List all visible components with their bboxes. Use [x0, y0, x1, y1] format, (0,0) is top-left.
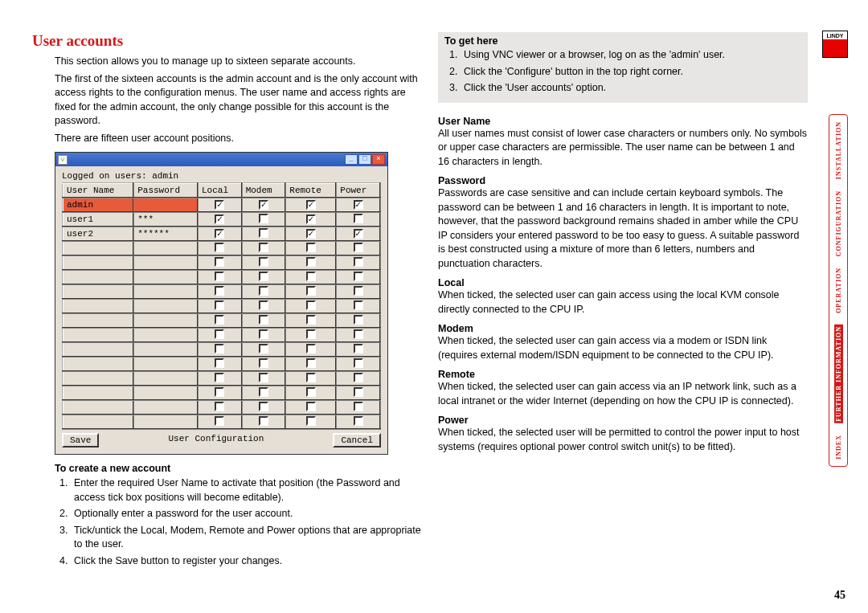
sidebar-item[interactable]: FURTHER INFORMATION: [834, 325, 843, 423]
power-checkbox-cell[interactable]: [336, 400, 380, 415]
checkbox-icon[interactable]: ✓: [259, 200, 268, 210]
password-cell[interactable]: [133, 386, 198, 400]
checkbox-icon[interactable]: [306, 257, 316, 267]
checkbox-icon[interactable]: [259, 416, 268, 426]
checkbox-icon[interactable]: [306, 286, 316, 296]
checkbox-icon[interactable]: [306, 272, 316, 281]
checkbox-icon[interactable]: [306, 387, 316, 397]
username-cell[interactable]: [63, 241, 133, 255]
password-cell[interactable]: [133, 371, 198, 386]
password-cell[interactable]: ***: [133, 212, 198, 227]
password-cell[interactable]: [133, 357, 198, 371]
checkbox-icon[interactable]: [215, 286, 224, 296]
checkbox-icon[interactable]: [215, 344, 224, 353]
power-checkbox-cell[interactable]: [336, 241, 380, 255]
modem-checkbox-cell[interactable]: [242, 227, 286, 241]
checkbox-icon[interactable]: [259, 344, 268, 353]
username-cell[interactable]: [63, 357, 133, 371]
checkbox-icon[interactable]: ✓: [215, 215, 224, 224]
remote-checkbox-cell[interactable]: [285, 371, 336, 386]
checkbox-icon[interactable]: [354, 257, 363, 267]
local-checkbox-cell[interactable]: [198, 357, 242, 371]
sidebar-item[interactable]: OPERATION: [835, 268, 842, 313]
local-checkbox-cell[interactable]: [198, 270, 242, 284]
local-checkbox-cell[interactable]: [198, 313, 242, 328]
checkbox-icon[interactable]: [259, 272, 268, 281]
local-checkbox-cell[interactable]: ✓: [198, 198, 242, 212]
checkbox-icon[interactable]: [306, 329, 316, 339]
remote-checkbox-cell[interactable]: ✓: [285, 198, 336, 212]
remote-checkbox-cell[interactable]: ✓: [285, 212, 336, 227]
power-checkbox-cell[interactable]: [336, 212, 380, 227]
checkbox-icon[interactable]: [215, 416, 224, 426]
modem-checkbox-cell[interactable]: [242, 328, 286, 342]
checkbox-icon[interactable]: [215, 402, 224, 411]
checkbox-icon[interactable]: [306, 402, 316, 411]
checkbox-icon[interactable]: [259, 228, 268, 238]
modem-checkbox-cell[interactable]: [242, 270, 286, 284]
power-checkbox-cell[interactable]: [336, 270, 380, 284]
local-checkbox-cell[interactable]: [198, 386, 242, 400]
password-cell[interactable]: [133, 328, 198, 342]
power-checkbox-cell[interactable]: [336, 415, 380, 429]
username-cell[interactable]: [63, 386, 133, 400]
password-cell[interactable]: [133, 284, 198, 299]
modem-checkbox-cell[interactable]: [242, 313, 286, 328]
username-cell[interactable]: [63, 299, 133, 313]
checkbox-icon[interactable]: [306, 416, 316, 426]
modem-checkbox-cell[interactable]: [242, 241, 286, 255]
username-cell[interactable]: [63, 400, 133, 415]
password-cell[interactable]: [133, 342, 198, 357]
local-checkbox-cell[interactable]: [198, 255, 242, 270]
checkbox-icon[interactable]: ✓: [306, 215, 316, 224]
checkbox-icon[interactable]: [354, 329, 363, 339]
checkbox-icon[interactable]: [259, 286, 268, 296]
remote-checkbox-cell[interactable]: [285, 284, 336, 299]
checkbox-icon[interactable]: [259, 358, 268, 368]
checkbox-icon[interactable]: ✓: [215, 200, 224, 210]
username-cell[interactable]: [63, 284, 133, 299]
checkbox-icon[interactable]: ✓: [306, 229, 316, 239]
sidebar-item[interactable]: INDEX: [835, 435, 842, 460]
password-cell[interactable]: [133, 415, 198, 429]
checkbox-icon[interactable]: [259, 214, 268, 223]
checkbox-icon[interactable]: ✓: [215, 229, 224, 239]
checkbox-icon[interactable]: [259, 387, 268, 397]
username-cell[interactable]: admin: [63, 198, 133, 212]
modem-checkbox-cell[interactable]: [242, 284, 286, 299]
power-checkbox-cell[interactable]: ✓: [336, 227, 380, 241]
checkbox-icon[interactable]: [306, 315, 316, 325]
remote-checkbox-cell[interactable]: [285, 255, 336, 270]
password-cell[interactable]: [133, 255, 198, 270]
modem-checkbox-cell[interactable]: ✓: [242, 198, 286, 212]
checkbox-icon[interactable]: [215, 373, 224, 382]
checkbox-icon[interactable]: [306, 243, 316, 252]
checkbox-icon[interactable]: [306, 300, 316, 310]
checkbox-icon[interactable]: [259, 402, 268, 411]
checkbox-icon[interactable]: [306, 373, 316, 382]
checkbox-icon[interactable]: [215, 272, 224, 281]
password-cell[interactable]: [133, 198, 198, 212]
checkbox-icon[interactable]: [215, 257, 224, 267]
remote-checkbox-cell[interactable]: [285, 386, 336, 400]
username-cell[interactable]: [63, 313, 133, 328]
local-checkbox-cell[interactable]: [198, 371, 242, 386]
checkbox-icon[interactable]: [259, 243, 268, 252]
checkbox-icon[interactable]: ✓: [306, 200, 316, 210]
checkbox-icon[interactable]: ✓: [354, 229, 363, 239]
modem-checkbox-cell[interactable]: [242, 371, 286, 386]
password-cell[interactable]: [133, 299, 198, 313]
power-checkbox-cell[interactable]: [336, 284, 380, 299]
local-checkbox-cell[interactable]: [198, 299, 242, 313]
checkbox-icon[interactable]: [306, 344, 316, 353]
power-checkbox-cell[interactable]: [336, 313, 380, 328]
modem-checkbox-cell[interactable]: [242, 212, 286, 227]
checkbox-icon[interactable]: [354, 300, 363, 310]
checkbox-icon[interactable]: [259, 300, 268, 310]
username-cell[interactable]: user2: [63, 227, 133, 241]
username-cell[interactable]: user1: [63, 212, 133, 227]
local-checkbox-cell[interactable]: ✓: [198, 212, 242, 227]
checkbox-icon[interactable]: [354, 402, 363, 411]
username-cell[interactable]: [63, 371, 133, 386]
checkbox-icon[interactable]: ✓: [354, 200, 363, 210]
